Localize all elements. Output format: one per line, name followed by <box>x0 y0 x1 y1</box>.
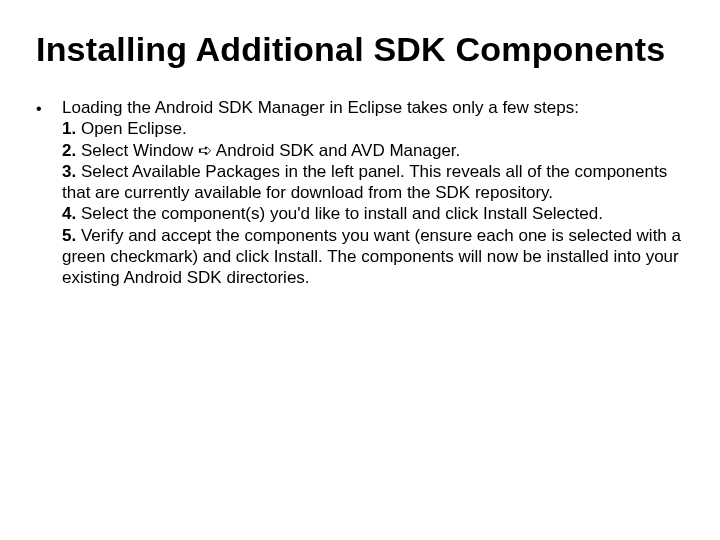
bullet-icon: • <box>36 97 62 120</box>
step-3-text: Select Available Packages in the left pa… <box>62 162 667 202</box>
step-1-text: Open Eclipse. <box>76 119 187 138</box>
step-4-number: 4. <box>62 204 76 223</box>
step-3-number: 3. <box>62 162 76 181</box>
step-5-text: Verify and accept the components you wan… <box>62 226 681 288</box>
step-5-number: 5. <box>62 226 76 245</box>
step-1: 1. Open Eclipse. <box>62 118 684 139</box>
step-2-text: Select Window ➪ Android SDK and AVD Mana… <box>76 141 460 160</box>
step-2: 2. Select Window ➪ Android SDK and AVD M… <box>62 140 684 161</box>
step-2-number: 2. <box>62 141 76 160</box>
intro-line: Loading the Android SDK Manager in Eclip… <box>62 98 579 117</box>
step-4-text: Select the component(s) you'd like to in… <box>76 204 603 223</box>
bullet-item: • Loading the Android SDK Manager in Ecl… <box>36 97 684 288</box>
bullet-content: Loading the Android SDK Manager in Eclip… <box>62 97 684 288</box>
step-3: 3. Select Available Packages in the left… <box>62 161 684 204</box>
slide: Installing Additional SDK Components • L… <box>0 0 720 540</box>
step-5: 5. Verify and accept the components you … <box>62 225 684 289</box>
body-text: • Loading the Android SDK Manager in Ecl… <box>36 97 684 288</box>
step-1-number: 1. <box>62 119 76 138</box>
step-4: 4. Select the component(s) you'd like to… <box>62 203 684 224</box>
slide-title: Installing Additional SDK Components <box>36 30 684 69</box>
